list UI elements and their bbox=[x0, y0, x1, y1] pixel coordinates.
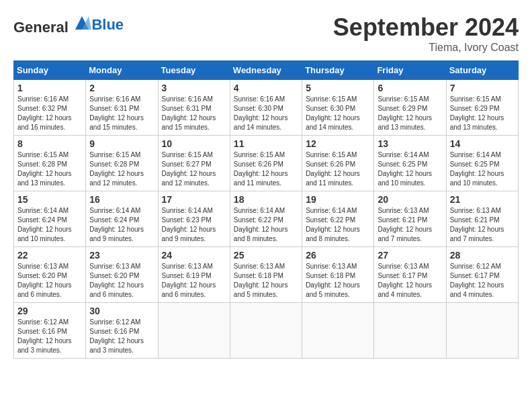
calendar-cell bbox=[374, 303, 446, 359]
calendar-cell: 22 Sunrise: 6:13 AMSunset: 6:20 PMDaylig… bbox=[14, 247, 86, 303]
calendar-cell: 15 Sunrise: 6:14 AMSunset: 6:24 PMDaylig… bbox=[14, 191, 86, 247]
calendar-cell: 16 Sunrise: 6:14 AMSunset: 6:24 PMDaylig… bbox=[86, 191, 158, 247]
day-info: Sunrise: 6:14 AMSunset: 6:24 PMDaylight:… bbox=[89, 207, 144, 242]
calendar-cell: 3 Sunrise: 6:16 AMSunset: 6:31 PMDayligh… bbox=[158, 80, 230, 136]
calendar-week-row: 8 Sunrise: 6:15 AMSunset: 6:28 PMDayligh… bbox=[14, 136, 519, 191]
day-number: 19 bbox=[306, 194, 370, 205]
day-info: Sunrise: 6:13 AMSunset: 6:18 PMDaylight:… bbox=[306, 263, 360, 298]
day-number: 30 bbox=[89, 306, 154, 316]
day-number: 10 bbox=[162, 138, 226, 149]
day-info: Sunrise: 6:15 AMSunset: 6:29 PMDaylight:… bbox=[378, 95, 432, 131]
location-title: Tiema, Ivory Coast bbox=[333, 42, 519, 54]
day-number: 14 bbox=[450, 138, 515, 149]
day-number: 21 bbox=[450, 194, 515, 205]
day-number: 18 bbox=[234, 194, 298, 205]
day-info: Sunrise: 6:13 AMSunset: 6:21 PMDaylight:… bbox=[450, 207, 504, 242]
col-wednesday: Wednesday bbox=[230, 61, 302, 80]
day-info: Sunrise: 6:16 AMSunset: 6:31 PMDaylight:… bbox=[89, 95, 144, 131]
day-number: 3 bbox=[162, 83, 226, 93]
day-info: Sunrise: 6:15 AMSunset: 6:30 PMDaylight:… bbox=[306, 95, 360, 131]
day-info: Sunrise: 6:16 AMSunset: 6:30 PMDaylight:… bbox=[234, 95, 288, 131]
calendar-cell: 17 Sunrise: 6:14 AMSunset: 6:23 PMDaylig… bbox=[158, 191, 230, 247]
day-info: Sunrise: 6:16 AMSunset: 6:32 PMDaylight:… bbox=[17, 95, 72, 131]
day-info: Sunrise: 6:12 AMSunset: 6:16 PMDaylight:… bbox=[89, 318, 144, 354]
day-number: 28 bbox=[450, 250, 515, 261]
logo: General Blue bbox=[13, 13, 124, 36]
logo-general: General bbox=[13, 19, 69, 36]
day-info: Sunrise: 6:13 AMSunset: 6:21 PMDaylight:… bbox=[378, 207, 432, 242]
day-info: Sunrise: 6:14 AMSunset: 6:22 PMDaylight:… bbox=[234, 207, 288, 242]
calendar-cell: 7 Sunrise: 6:15 AMSunset: 6:29 PMDayligh… bbox=[446, 80, 518, 136]
day-info: Sunrise: 6:15 AMSunset: 6:28 PMDaylight:… bbox=[17, 151, 72, 187]
calendar-cell bbox=[302, 303, 374, 359]
day-number: 23 bbox=[89, 250, 154, 261]
calendar-cell: 4 Sunrise: 6:16 AMSunset: 6:30 PMDayligh… bbox=[230, 80, 302, 136]
calendar-cell: 2 Sunrise: 6:16 AMSunset: 6:31 PMDayligh… bbox=[86, 80, 158, 136]
day-info: Sunrise: 6:15 AMSunset: 6:26 PMDaylight:… bbox=[306, 151, 360, 187]
day-info: Sunrise: 6:14 AMSunset: 6:22 PMDaylight:… bbox=[306, 207, 360, 242]
day-number: 17 bbox=[162, 194, 226, 205]
calendar-week-row: 22 Sunrise: 6:13 AMSunset: 6:20 PMDaylig… bbox=[14, 247, 519, 303]
calendar: Sunday Monday Tuesday Wednesday Thursday… bbox=[13, 60, 519, 359]
day-info: Sunrise: 6:14 AMSunset: 6:23 PMDaylight:… bbox=[162, 207, 216, 242]
page-header: General Blue September 2024 Tiema, Ivory… bbox=[13, 13, 519, 54]
calendar-cell: 14 Sunrise: 6:14 AMSunset: 6:25 PMDaylig… bbox=[446, 136, 518, 191]
calendar-cell: 27 Sunrise: 6:13 AMSunset: 6:17 PMDaylig… bbox=[374, 247, 446, 303]
calendar-cell: 30 Sunrise: 6:12 AMSunset: 6:16 PMDaylig… bbox=[86, 303, 158, 359]
calendar-cell: 23 Sunrise: 6:13 AMSunset: 6:20 PMDaylig… bbox=[86, 247, 158, 303]
calendar-cell: 26 Sunrise: 6:13 AMSunset: 6:18 PMDaylig… bbox=[302, 247, 374, 303]
logo-icon bbox=[73, 13, 91, 32]
calendar-cell: 9 Sunrise: 6:15 AMSunset: 6:28 PMDayligh… bbox=[86, 136, 158, 191]
title-area: September 2024 Tiema, Ivory Coast bbox=[333, 13, 519, 54]
day-info: Sunrise: 6:13 AMSunset: 6:19 PMDaylight:… bbox=[162, 263, 216, 298]
day-info: Sunrise: 6:14 AMSunset: 6:25 PMDaylight:… bbox=[450, 151, 504, 187]
day-number: 27 bbox=[378, 250, 442, 261]
calendar-cell: 20 Sunrise: 6:13 AMSunset: 6:21 PMDaylig… bbox=[374, 191, 446, 247]
col-saturday: Saturday bbox=[446, 61, 518, 80]
day-number: 2 bbox=[89, 83, 154, 93]
day-number: 26 bbox=[306, 250, 370, 261]
day-info: Sunrise: 6:15 AMSunset: 6:26 PMDaylight:… bbox=[234, 151, 288, 187]
col-friday: Friday bbox=[374, 61, 446, 80]
calendar-cell: 29 Sunrise: 6:12 AMSunset: 6:16 PMDaylig… bbox=[14, 303, 86, 359]
calendar-cell: 6 Sunrise: 6:15 AMSunset: 6:29 PMDayligh… bbox=[374, 80, 446, 136]
day-info: Sunrise: 6:12 AMSunset: 6:16 PMDaylight:… bbox=[17, 318, 72, 354]
logo-blue: Blue bbox=[91, 16, 124, 33]
day-number: 25 bbox=[234, 250, 298, 261]
day-number: 8 bbox=[17, 138, 82, 149]
day-info: Sunrise: 6:13 AMSunset: 6:18 PMDaylight:… bbox=[234, 263, 288, 298]
col-tuesday: Tuesday bbox=[158, 61, 230, 80]
calendar-cell bbox=[230, 303, 302, 359]
calendar-cell: 8 Sunrise: 6:15 AMSunset: 6:28 PMDayligh… bbox=[14, 136, 86, 191]
col-sunday: Sunday bbox=[14, 61, 86, 80]
day-number: 6 bbox=[378, 83, 442, 93]
calendar-week-row: 15 Sunrise: 6:14 AMSunset: 6:24 PMDaylig… bbox=[14, 191, 519, 247]
calendar-cell bbox=[446, 303, 518, 359]
day-info: Sunrise: 6:15 AMSunset: 6:28 PMDaylight:… bbox=[89, 151, 144, 187]
day-number: 22 bbox=[17, 250, 82, 261]
day-info: Sunrise: 6:14 AMSunset: 6:24 PMDaylight:… bbox=[17, 207, 72, 242]
day-number: 13 bbox=[378, 138, 442, 149]
day-info: Sunrise: 6:13 AMSunset: 6:20 PMDaylight:… bbox=[89, 263, 144, 298]
day-info: Sunrise: 6:12 AMSunset: 6:17 PMDaylight:… bbox=[450, 263, 504, 298]
calendar-cell: 5 Sunrise: 6:15 AMSunset: 6:30 PMDayligh… bbox=[302, 80, 374, 136]
calendar-cell: 24 Sunrise: 6:13 AMSunset: 6:19 PMDaylig… bbox=[158, 247, 230, 303]
day-number: 11 bbox=[234, 138, 298, 149]
calendar-cell: 18 Sunrise: 6:14 AMSunset: 6:22 PMDaylig… bbox=[230, 191, 302, 247]
day-number: 12 bbox=[306, 138, 370, 149]
calendar-cell: 12 Sunrise: 6:15 AMSunset: 6:26 PMDaylig… bbox=[302, 136, 374, 191]
day-number: 9 bbox=[89, 138, 154, 149]
day-number: 4 bbox=[234, 83, 298, 93]
col-thursday: Thursday bbox=[302, 61, 374, 80]
day-info: Sunrise: 6:15 AMSunset: 6:27 PMDaylight:… bbox=[162, 151, 216, 187]
calendar-cell: 28 Sunrise: 6:12 AMSunset: 6:17 PMDaylig… bbox=[446, 247, 518, 303]
calendar-cell: 11 Sunrise: 6:15 AMSunset: 6:26 PMDaylig… bbox=[230, 136, 302, 191]
calendar-cell: 21 Sunrise: 6:13 AMSunset: 6:21 PMDaylig… bbox=[446, 191, 518, 247]
day-number: 15 bbox=[17, 194, 82, 205]
day-number: 20 bbox=[378, 194, 442, 205]
calendar-cell: 1 Sunrise: 6:16 AMSunset: 6:32 PMDayligh… bbox=[14, 80, 86, 136]
calendar-cell: 10 Sunrise: 6:15 AMSunset: 6:27 PMDaylig… bbox=[158, 136, 230, 191]
calendar-header-row: Sunday Monday Tuesday Wednesday Thursday… bbox=[14, 61, 519, 80]
calendar-week-row: 29 Sunrise: 6:12 AMSunset: 6:16 PMDaylig… bbox=[14, 303, 519, 359]
day-number: 7 bbox=[450, 83, 515, 93]
